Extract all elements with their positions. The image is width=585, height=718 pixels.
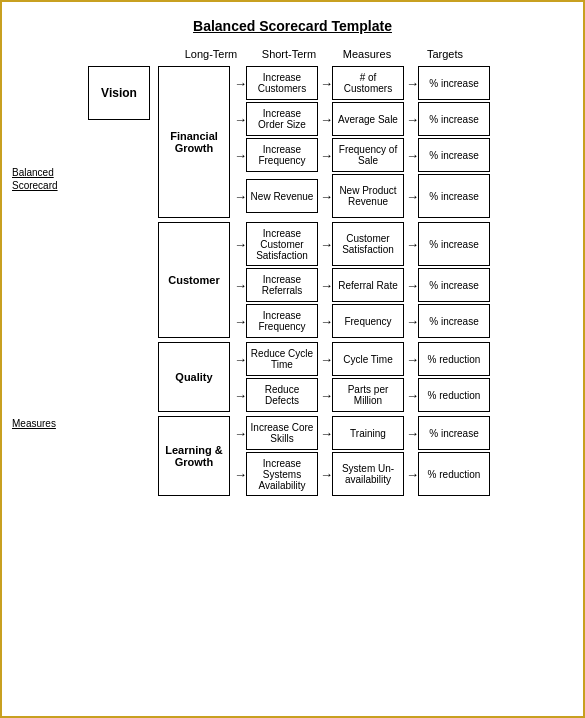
table-row: → Increase Frequency → Frequency of Sale… <box>234 138 490 172</box>
list-item: % increase <box>418 102 490 136</box>
list-item: Increase Frequency <box>246 138 318 172</box>
arrow-icon: → <box>320 112 330 127</box>
vision-box: Vision <box>88 66 150 120</box>
arrow-icon: → <box>320 76 330 91</box>
list-item: Increase Frequency <box>246 304 318 338</box>
list-item: % increase <box>418 174 490 218</box>
list-item: Cycle Time <box>332 342 404 376</box>
list-item: Increase Core Skills <box>246 416 318 450</box>
customer-label: Customer <box>158 222 230 338</box>
arrow-icon: → <box>234 112 244 127</box>
arrow-icon: → <box>234 467 244 482</box>
page-title: Balanced Scorecard Template <box>12 18 573 34</box>
table-row: → New Revenue → New Product Revenue → % … <box>234 174 490 218</box>
arrow-icon: → <box>234 388 244 403</box>
arrow-icon: → <box>406 112 416 127</box>
list-item: New Revenue <box>246 179 318 213</box>
arrow-icon: → <box>234 426 244 441</box>
list-item: New Product Revenue <box>332 174 404 218</box>
list-item: Referral Rate <box>332 268 404 302</box>
list-item: # of Customers <box>332 66 404 100</box>
list-item: % increase <box>418 304 490 338</box>
financial-section: Financial Growth → Increase Customers → … <box>158 66 490 218</box>
learning-label: Learning & Growth <box>158 416 230 496</box>
list-item: Increase Referrals <box>246 268 318 302</box>
list-item: Frequency of Sale <box>332 138 404 172</box>
list-item: % increase <box>418 66 490 100</box>
list-item: Increase Customer Satisfaction <box>246 222 318 266</box>
list-item: % reduction <box>418 452 490 496</box>
table-row: → Increase Order Size → Average Sale → %… <box>234 102 490 136</box>
measures-label: Measures <box>12 418 56 429</box>
list-item: % increase <box>418 416 490 450</box>
col-header-measures: Measures <box>328 48 406 60</box>
list-item: % reduction <box>418 378 490 412</box>
table-row: → Increase Referrals → Referral Rate → %… <box>234 268 490 302</box>
arrow-icon: → <box>320 278 330 293</box>
list-item: % increase <box>418 138 490 172</box>
table-row: → Reduce Defects → Parts per Million → %… <box>234 378 490 412</box>
arrow-icon: → <box>320 352 330 367</box>
col-header-longterm: Long-Term <box>172 48 250 60</box>
list-item: Average Sale <box>332 102 404 136</box>
arrow-icon: → <box>320 148 330 163</box>
arrow-icon: → <box>406 148 416 163</box>
arrow-icon: → <box>320 426 330 441</box>
arrow-icon: → <box>320 237 330 252</box>
list-item: Customer Satisfaction <box>332 222 404 266</box>
arrow-icon: → <box>234 189 244 204</box>
arrow-icon: → <box>234 76 244 91</box>
arrow-icon: → <box>234 278 244 293</box>
list-item: % increase <box>418 222 490 266</box>
arrow-icon: → <box>320 189 330 204</box>
arrow-icon: → <box>320 314 330 329</box>
list-item: Increase Systems Availability <box>246 452 318 496</box>
arrow-icon: → <box>234 352 244 367</box>
arrow-icon: → <box>406 352 416 367</box>
table-row: → Increase Core Skills → Training → % in… <box>234 416 490 450</box>
arrow-icon: → <box>234 237 244 252</box>
table-row: → Increase Systems Availability → System… <box>234 452 490 496</box>
col-header-targets: Targets <box>406 48 484 60</box>
customer-section: Customer → Increase Customer Satisfactio… <box>158 222 490 338</box>
balanced-scorecard-label: Balanced Scorecard <box>12 166 58 192</box>
list-item: Frequency <box>332 304 404 338</box>
list-item: Increase Customers <box>246 66 318 100</box>
table-row: → Reduce Cycle Time → Cycle Time → % red… <box>234 342 490 376</box>
list-item: % reduction <box>418 342 490 376</box>
page: Balanced Scorecard Template Long-Term Sh… <box>0 0 585 718</box>
list-item: Increase Order Size <box>246 102 318 136</box>
arrow-icon: → <box>320 388 330 403</box>
arrow-icon: → <box>234 314 244 329</box>
list-item: Reduce Cycle Time <box>246 342 318 376</box>
list-item: Training <box>332 416 404 450</box>
list-item: Reduce Defects <box>246 378 318 412</box>
arrow-icon: → <box>406 189 416 204</box>
table-row: → Increase Frequency → Frequency → % inc… <box>234 304 490 338</box>
arrow-icon: → <box>406 467 416 482</box>
arrow-icon: → <box>234 148 244 163</box>
table-row: → Increase Customer Satisfaction → Custo… <box>234 222 490 266</box>
arrow-icon: → <box>406 426 416 441</box>
arrow-icon: → <box>406 314 416 329</box>
list-item: % increase <box>418 268 490 302</box>
quality-section: Quality → Reduce Cycle Time → Cycle Time… <box>158 342 490 412</box>
table-row: → Increase Customers → # of Customers → … <box>234 66 490 100</box>
arrow-icon: → <box>406 76 416 91</box>
arrow-icon: → <box>406 278 416 293</box>
arrow-icon: → <box>320 467 330 482</box>
list-item: Parts per Million <box>332 378 404 412</box>
financial-label: Financial Growth <box>158 66 230 218</box>
arrow-icon: → <box>406 388 416 403</box>
col-header-shortterm: Short-Term <box>250 48 328 60</box>
list-item: System Un- availability <box>332 452 404 496</box>
quality-label: Quality <box>158 342 230 412</box>
arrow-icon: → <box>406 237 416 252</box>
learning-section: Learning & Growth → Increase Core Skills… <box>158 416 490 496</box>
